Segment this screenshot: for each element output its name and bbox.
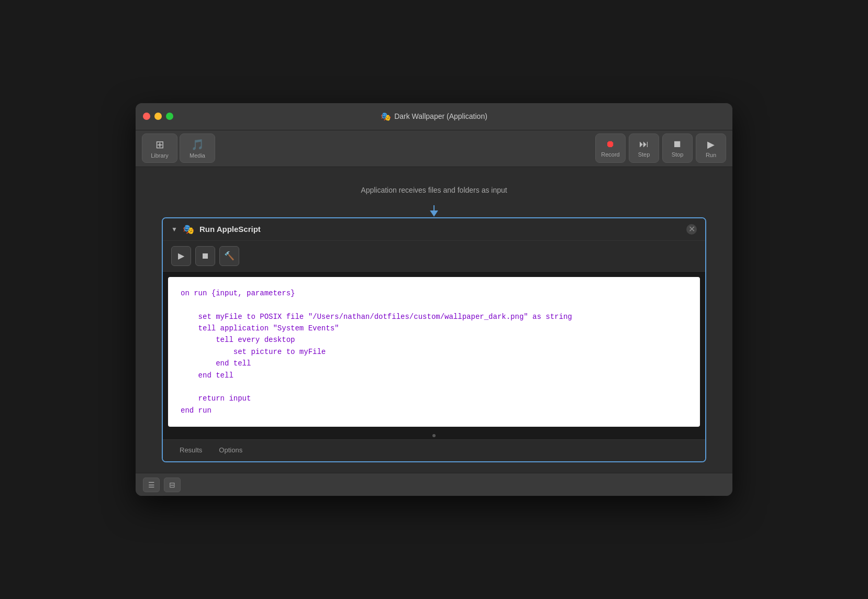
titlebar: 🎭 Dark Wallpaper (Application) [136,103,732,130]
window-title: 🎭 Dark Wallpaper (Application) [381,112,487,121]
maximize-button[interactable] [166,113,173,120]
step-label: Step [638,151,650,158]
action-title: Run AppleScript [199,225,261,234]
run-button[interactable]: ▶ Run [696,134,726,163]
stop-button[interactable]: ⏹ Stop [662,134,693,163]
bottom-bar: ☰ ⊟ [136,473,732,496]
app-icon: 🎭 [381,112,391,121]
list-view-icon: ☰ [148,481,155,489]
step-button[interactable]: ⏭ Step [629,134,659,163]
action-icon: 🎭 [183,224,194,235]
code-line-4: tell application "System Events" [181,323,687,334]
connector [151,205,717,217]
record-icon: ⏺ [606,139,615,150]
scroll-indicator [163,432,705,439]
toolbar-left: ⊞ Library 🎵 Media [142,134,215,163]
code-line-5: tell every desktop [181,334,687,346]
results-tab[interactable]: Results [171,440,210,461]
code-line-6: set picture to myFile [181,346,687,358]
action-close-button[interactable]: ✕ [686,224,697,235]
toolbar-right: ⏺ Record ⏭ Step ⏹ Stop ▶ Run [595,134,726,163]
content-area: Application receives files and folders a… [136,167,732,473]
code-line-10: return input [181,393,687,404]
code-line-1: on run {input, parameters} [181,287,687,299]
media-button[interactable]: 🎵 Media [180,134,215,163]
scroll-dot [432,434,436,437]
flow-arrow [430,205,438,217]
list-view-button[interactable]: ☰ [143,478,160,492]
action-compile-button[interactable]: 🔨 [219,246,239,266]
record-label: Record [601,151,619,158]
action-controls: ▶ ⏹ 🔨 [163,241,705,272]
action-footer: Results Options [163,439,705,461]
stop-icon: ⏹ [673,139,682,150]
code-line-7: end tell [181,358,687,369]
code-line-11: end run [181,405,687,416]
minimize-button[interactable] [154,113,162,120]
code-line-2 [181,299,687,310]
main-window: 🎭 Dark Wallpaper (Application) ⊞ Library… [136,103,732,496]
workflow-view-button[interactable]: ⊟ [164,478,181,492]
library-icon: ⊞ [155,138,164,151]
record-button[interactable]: ⏺ Record [595,134,626,163]
media-label: Media [190,152,205,159]
collapse-icon[interactable]: ▼ [171,226,177,233]
workflow-view-icon: ⊟ [169,481,175,489]
action-card: ▼ 🎭 Run AppleScript ✕ ▶ ⏹ 🔨 on run {inpu… [162,217,706,462]
action-header: ▼ 🎭 Run AppleScript ✕ [163,218,705,241]
close-button[interactable] [143,113,150,120]
title-text: Dark Wallpaper (Application) [394,112,487,120]
action-run-button[interactable]: ▶ [171,246,191,266]
options-tab[interactable]: Options [210,440,251,461]
run-icon: ▶ [707,139,715,150]
traffic-lights [143,113,173,120]
library-label: Library [151,152,169,159]
action-stop-button[interactable]: ⏹ [195,246,215,266]
step-icon: ⏭ [639,139,649,150]
code-editor[interactable]: on run {input, parameters} set myFile to… [168,277,700,427]
app-description: Application receives files and folders a… [151,178,717,205]
code-line-9 [181,381,687,393]
run-label: Run [706,152,716,158]
toolbar: ⊞ Library 🎵 Media ⏺ Record ⏭ Step ⏹ Stop [136,130,732,167]
code-line-3: set myFile to POSIX file "/Users/nathan/… [181,311,687,323]
stop-label: Stop [672,151,684,158]
library-button[interactable]: ⊞ Library [142,134,177,163]
code-line-8: end tell [181,370,687,381]
media-icon: 🎵 [191,138,204,151]
